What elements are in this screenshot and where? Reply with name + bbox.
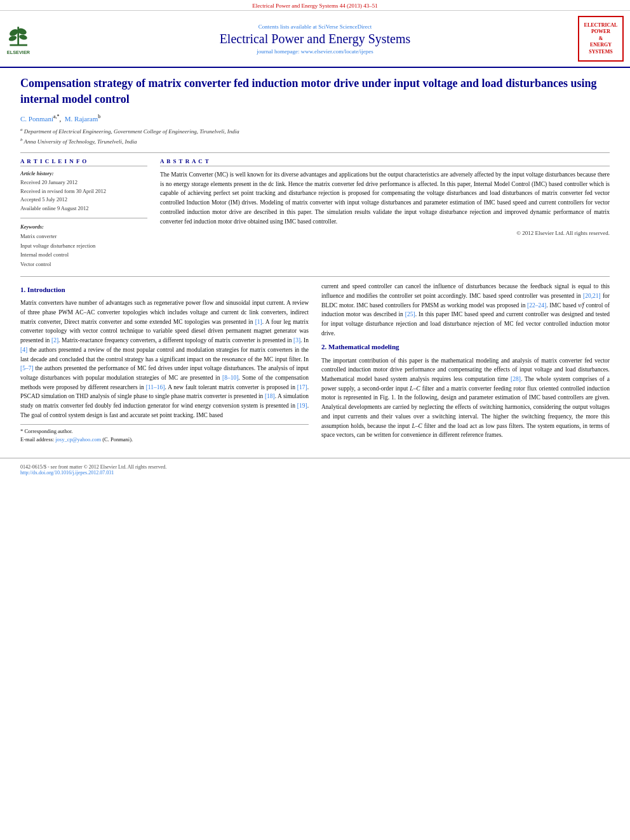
abstract-heading: A B S T R A C T — [160, 158, 610, 166]
journal-title: Electrical Power and Energy Systems — [57, 32, 573, 46]
body-left-column: 1. Introduction Matrix converters have n… — [20, 282, 309, 444]
keywords-divider — [20, 218, 147, 218]
license-text: 0142-0615/$ - see front matter © 2012 El… — [20, 464, 610, 476]
math-model-text: The important contribution of this paper… — [321, 356, 610, 440]
elsevier-logo: ELSEVIER — [6, 21, 57, 57]
authors-line: C. Ponmania,*, M. Rajaramb — [20, 114, 610, 123]
author-2[interactable]: M. Rajaram — [65, 115, 98, 123]
intro-para-1: Matrix converters have number of advanta… — [20, 298, 309, 420]
body-right-column: current and speed controller can cancel … — [321, 282, 610, 444]
intro-text: Matrix converters have number of advanta… — [20, 298, 309, 420]
corr-email: E-mail address: josy_cp@yahoo.com (C. Po… — [20, 436, 309, 444]
contents-available-text: Contents lists available at SciVerse Sci… — [57, 23, 573, 30]
keywords-label: Keywords: — [20, 223, 147, 230]
info-abstract-section: A R T I C L E I N F O Article history: R… — [20, 158, 610, 269]
journal-center-info: Contents lists available at SciVerse Sci… — [57, 23, 573, 55]
article-title: Compensation strategy of matrix converte… — [20, 76, 610, 107]
corr-author-label: * Corresponding author. — [20, 427, 309, 436]
intro-section-title: 1. Introduction — [20, 284, 309, 295]
citation-text: Electrical Power and Energy Systems 44 (… — [252, 3, 378, 9]
svg-text:ELSEVIER: ELSEVIER — [7, 50, 30, 55]
article-info-column: A R T I C L E I N F O Article history: R… — [20, 158, 147, 269]
article-content: Compensation strategy of matrix converte… — [0, 68, 630, 450]
journal-logo-box: ELECTRICAL POWER & ENERGY SYSTEMS — [573, 16, 624, 62]
keywords-list: Matrix converter Input voltage disturban… — [20, 232, 147, 269]
body-divider — [20, 276, 610, 277]
abstract-column: A B S T R A C T The Matrix Converter (MC… — [160, 158, 610, 269]
journal-header: ELSEVIER Contents lists available at Sci… — [0, 11, 630, 68]
body-content: 1. Introduction Matrix converters have n… — [20, 282, 610, 444]
page-footer: 0142-0615/$ - see front matter © 2012 El… — [0, 458, 630, 476]
article-dates: Received 20 January 2012 Received in rev… — [20, 178, 147, 213]
article-info-heading: A R T I C L E I N F O — [20, 158, 147, 166]
journal-logo-image: ELECTRICAL POWER & ENERGY SYSTEMS — [578, 16, 624, 62]
article-history-label: Article history: — [20, 170, 147, 177]
intro-continuation-text: current and speed controller can cancel … — [321, 282, 610, 338]
journal-homepage: journal homepage: www.elsevier.com/locat… — [57, 48, 573, 55]
journal-citation-header: Electrical Power and Energy Systems 44 (… — [0, 0, 630, 11]
svg-point-5 — [18, 34, 27, 40]
math-para-1: The important contribution of this paper… — [321, 356, 610, 440]
section-divider — [20, 152, 610, 153]
abstract-copyright: © 2012 Elsevier Ltd. All rights reserved… — [160, 230, 610, 236]
intro-para-2: current and speed controller can cancel … — [321, 282, 610, 338]
affiliations: a Department of Electrical Engineering, … — [20, 126, 610, 146]
abstract-text: The Matrix Converter (MC) is well known … — [160, 170, 610, 226]
math-model-section-title: 2. Mathematical modeling — [321, 342, 610, 352]
corresponding-author-note: * Corresponding author. E-mail address: … — [20, 424, 309, 444]
author-1[interactable]: C. Ponmani — [20, 115, 53, 123]
